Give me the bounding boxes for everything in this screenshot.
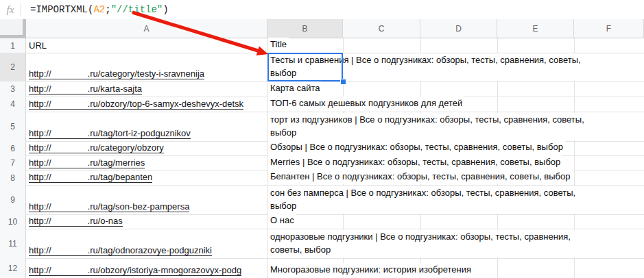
- row-header-6[interactable]: 6: [0, 141, 26, 156]
- formula-token-0: =IMPORTXML(: [30, 4, 93, 15]
- cell-a12[interactable]: http://.ru/obzory/istoriya-mnogorazovyx-…: [26, 259, 267, 278]
- url-link[interactable]: http://.ru/category/testy-i-sravnenija: [29, 68, 204, 79]
- title-text: ТОП-6 самых дешевых подгузников для дете…: [268, 97, 464, 111]
- cell-a1[interactable]: URL: [26, 39, 267, 53]
- column-header-f[interactable]: F: [574, 19, 644, 38]
- cell-a4[interactable]: http://.ru/obzory/top-6-samyx-deshevyx-d…: [26, 97, 267, 112]
- cell-b8[interactable]: Бепантен | Все о подгузниках: обзоры, те…: [268, 172, 601, 184]
- column-header-a[interactable]: A: [26, 19, 267, 38]
- formula-token-1: A2: [93, 4, 105, 15]
- column-header-e[interactable]: E: [497, 19, 574, 38]
- select-all-corner[interactable]: [0, 19, 26, 38]
- formula-token-4: ): [163, 4, 168, 15]
- cell-a2[interactable]: http://.ru/category/testy-i-sravnenija: [26, 53, 267, 81]
- title-text: Бепантен | Все о подгузниках: обзоры, те…: [268, 170, 572, 184]
- url-link[interactable]: http://.ru/tag/tort-iz-podguznikov: [29, 128, 191, 139]
- cell-a3[interactable]: http://.ru/karta-sajta: [26, 82, 267, 97]
- title-text: торт из подгузников | Все о подгузниках:…: [268, 113, 601, 140]
- url-link[interactable]: http://.ru/o-nas: [29, 216, 123, 227]
- column-header-d[interactable]: D: [420, 19, 497, 38]
- title-text: одноразовые подгузники | Все о подгузник…: [268, 230, 601, 257]
- row-header-10[interactable]: 10: [0, 214, 26, 229]
- title-text: Merries | Все о подгузниках: обзоры, тес…: [268, 155, 562, 170]
- row-header-1[interactable]: 1: [0, 38, 26, 53]
- fill-handle[interactable]: [340, 79, 346, 85]
- row-header-3[interactable]: 3: [0, 81, 26, 97]
- row-header-2[interactable]: 2: [0, 53, 26, 82]
- row-header-8[interactable]: 8: [0, 170, 26, 186]
- cell-b1[interactable]: Title: [268, 40, 601, 52]
- spreadsheet-app: fx =IMPORTXML(A2;"//title") ABCDEF 1URLT…: [0, 0, 644, 278]
- url-link[interactable]: http://.ru/tag/odnorazovye-podguzniki: [29, 245, 212, 256]
- cell-b12[interactable]: Многоразовые подгузники: история изобрет…: [268, 260, 601, 277]
- url-link[interactable]: http://.ru/karta-sajta: [29, 84, 142, 94]
- cell-a9[interactable]: http://.ru/tag/son-bez-pampersa: [26, 186, 267, 214]
- url-link[interactable]: http://.ru/obzory/istoriya-mnogorazovyx-…: [29, 265, 241, 276]
- url-link[interactable]: http://.ru/tag/merries: [29, 157, 145, 168]
- cell-a11[interactable]: http://.ru/tag/odnorazovye-podguzniki: [26, 229, 267, 258]
- formula-bar: fx =IMPORTXML(A2;"//title"): [0, 0, 644, 20]
- cell-b9[interactable]: сон без памперса | Все о подгузниках: об…: [268, 186, 601, 214]
- title-text: Многоразовые подгузники: история изобрет…: [268, 263, 473, 277]
- title-text: Обзоры | Все о подгузниках: обзоры, тест…: [268, 140, 565, 155]
- url-link[interactable]: http://.ru/tag/bepanten: [29, 172, 152, 183]
- cell-b3[interactable]: Карта сайта: [268, 83, 601, 96]
- cell-a6[interactable]: http://.ru/category/obzory: [26, 142, 267, 155]
- cell-a10[interactable]: http://.ru/o-nas: [26, 215, 267, 229]
- cell-b5[interactable]: торт из подгузников | Все о подгузниках:…: [268, 113, 601, 140]
- column-header-c[interactable]: C: [343, 19, 420, 38]
- formula-token-3: "//title": [111, 4, 163, 15]
- cell-b6[interactable]: Обзоры | Все о подгузниках: обзоры, тест…: [268, 142, 601, 155]
- fx-icon: fx: [0, 4, 21, 16]
- title-text: Title: [268, 38, 289, 52]
- formula-input[interactable]: =IMPORTXML(A2;"//title"): [21, 4, 169, 15]
- row-header-9[interactable]: 9: [0, 185, 26, 215]
- title-text: О нас: [268, 214, 296, 228]
- title-text: сон без памперса | Все о подгузниках: об…: [268, 186, 601, 214]
- column-header-b[interactable]: B: [267, 19, 343, 38]
- cell-a5[interactable]: http://.ru/tag/tort-iz-podguznikov: [26, 112, 267, 141]
- url-link[interactable]: http://.ru/obzory/top-6-samyx-deshevyx-d…: [29, 99, 243, 110]
- url-link[interactable]: http://.ru/tag/son-bez-pampersa: [29, 201, 189, 212]
- cell-a8[interactable]: http://.ru/tag/bepanten: [26, 171, 267, 185]
- title-text: Тесты и сравнения | Все о подгузниках: о…: [268, 53, 601, 81]
- row-header-12[interactable]: 12: [0, 258, 26, 278]
- cell-b2[interactable]: Тесты и сравнения | Все о подгузниках: о…: [268, 54, 601, 81]
- cell-a7[interactable]: http://.ru/tag/merries: [26, 156, 267, 170]
- cell-b7[interactable]: Merries | Все о подгузниках: обзоры, тес…: [268, 157, 601, 170]
- row-header-4[interactable]: 4: [0, 97, 26, 112]
- row-header-5[interactable]: 5: [0, 112, 26, 142]
- cell-b10[interactable]: О нас: [268, 216, 601, 228]
- cell-b11[interactable]: одноразовые подгузники | Все о подгузник…: [268, 230, 601, 257]
- row-header-7[interactable]: 7: [0, 155, 26, 171]
- row-header-11[interactable]: 11: [0, 229, 26, 259]
- title-text: Карта сайта: [268, 81, 322, 96]
- cell-b4[interactable]: ТОП-6 самых дешевых подгузников для дете…: [268, 98, 601, 111]
- url-link[interactable]: http://.ru/category/obzory: [29, 142, 164, 153]
- formula-token-2: ;: [105, 4, 110, 15]
